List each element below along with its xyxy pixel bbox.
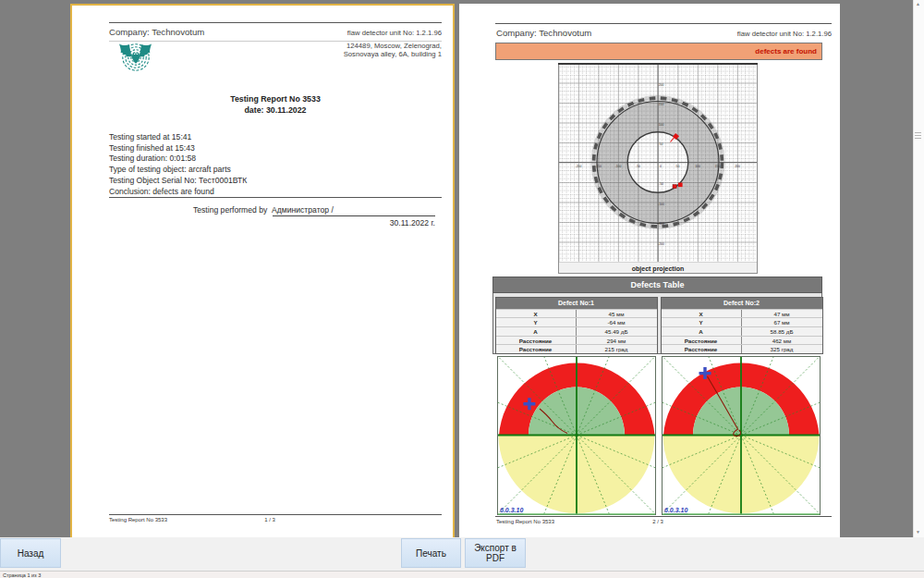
svg-text:100: 100 [659,123,664,127]
svg-text:-150: -150 [595,165,602,168]
svg-text:-200: -200 [576,165,582,168]
svg-text:150: 150 [659,103,664,106]
svg-text:100: 100 [695,165,700,168]
svg-text:-200: -200 [658,242,664,246]
svg-text:0: 0 [660,165,662,168]
svg-text:200: 200 [659,83,664,87]
svg-text:150: 150 [715,165,721,168]
svg-text:50: 50 [676,165,680,168]
svg-text:6.0.3.10: 6.0.3.10 [664,507,687,513]
svg-text:-50: -50 [636,165,640,168]
svg-text:-150: -150 [658,222,664,226]
svg-text:object projection: object projection [632,265,684,273]
svg-text:-50: -50 [659,182,663,186]
svg-text:6.0.3.10: 6.0.3.10 [500,507,523,513]
svg-text:-100: -100 [658,203,664,206]
svg-text:-100: -100 [615,165,622,168]
svg-text:200: 200 [735,165,740,168]
svg-text:50: 50 [660,142,663,146]
